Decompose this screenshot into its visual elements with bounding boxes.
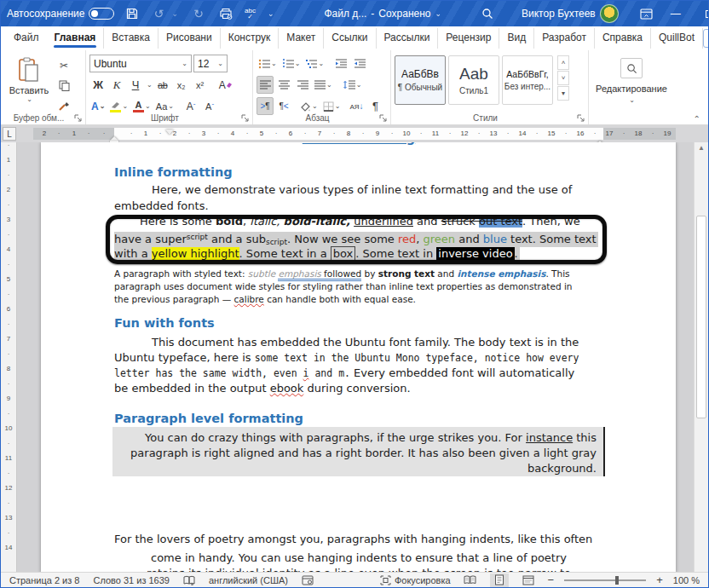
tab-рисовани[interactable]: Рисовани (159, 28, 221, 49)
borders-button[interactable]: ⌄ (321, 97, 343, 115)
maximize-button[interactable] (693, 1, 709, 26)
clipboard-dialog-launcher[interactable] (74, 114, 83, 123)
page-indicator[interactable]: Страница 2 из 8 (9, 575, 79, 585)
bold-button[interactable]: Ж (89, 76, 107, 94)
focus-mode-button[interactable]: Фокусировка (380, 575, 451, 585)
share-button[interactable]: Поделиться (703, 29, 709, 48)
spelling-button[interactable]: abc✓ (245, 8, 256, 20)
tab-разработ[interactable]: Разработ (534, 28, 595, 49)
styles-dialog-launcher[interactable] (577, 114, 585, 123)
subscript-button[interactable]: x₂ (173, 76, 190, 94)
align-center-button[interactable] (275, 76, 292, 94)
multilevel-list-button[interactable]: ⌄ (303, 55, 326, 72)
superscript-button[interactable]: x² (192, 76, 209, 94)
shrink-font-button[interactable]: Аˇ (201, 97, 218, 115)
ruler-mark: 11 (430, 130, 441, 137)
cut-button[interactable]: ✂ (55, 56, 72, 74)
line-spacing-button[interactable]: ⌄ (341, 76, 364, 94)
tab-файл[interactable]: Файл (6, 28, 47, 49)
scrollbar-up-icon[interactable]: ▲ (695, 144, 708, 152)
word-count[interactable]: Слово 31 из 1639 (93, 575, 170, 585)
minimize-button[interactable]: — (659, 1, 693, 26)
document-page[interactable]: Font Formatting Inline formatting Here, … (41, 142, 676, 574)
collapse-ribbon-button[interactable]: ⌃ (694, 114, 700, 124)
rtl-direction-button[interactable]: ¶< (275, 97, 292, 115)
change-case-button[interactable]: Аа⌄ (154, 97, 176, 115)
quick-access-more-button[interactable]: ⌄ (268, 9, 274, 18)
ltr-direction-button[interactable]: >¶ (257, 97, 274, 115)
copy-button[interactable] (55, 77, 72, 95)
paste-button[interactable]: Вставить ⌄ (4, 53, 54, 112)
web-layout-button[interactable] (519, 574, 538, 587)
ruler-mark: 13 (1, 514, 16, 522)
tab-макет[interactable]: Макет (279, 28, 324, 49)
align-right-button[interactable] (294, 76, 311, 94)
editing-button[interactable]: Редактирование ⌄ (592, 53, 671, 104)
tab-вставка[interactable]: Вставка (104, 28, 159, 49)
font-size-combo[interactable]: 12 ⌄ (193, 55, 228, 72)
style-card-no-spacing[interactable]: АаБбВвГг, Без интер... (502, 55, 553, 105)
search-button[interactable] (481, 8, 493, 20)
decrease-indent-button[interactable] (332, 55, 349, 72)
strikethrough-button[interactable]: ab (154, 76, 171, 94)
tab-ссылки[interactable]: Ссылки (324, 28, 376, 49)
autosave-toggle[interactable] (89, 8, 114, 20)
sort-button[interactable]: АЯ↓ (348, 97, 365, 115)
print-layout-button[interactable] (490, 574, 509, 587)
macro-record-button[interactable] (302, 575, 314, 585)
styles-scroll-up-button[interactable]: ˄ (557, 55, 569, 70)
ribbon-display-options-button[interactable] (640, 9, 653, 20)
font-name-combo[interactable]: Ubuntu ⌄ (89, 55, 192, 72)
styles-gallery-more-button[interactable]: ▾ (557, 86, 569, 101)
numbering-button[interactable]: ⌄ (280, 55, 303, 72)
read-mode-button[interactable] (461, 574, 480, 587)
undo-button[interactable]: ↺ ⌄ (150, 7, 178, 20)
document-title[interactable]: Файл д... - Сохранено ⌄ (324, 8, 441, 20)
tab-главная[interactable]: Главная (47, 28, 105, 49)
shading-button[interactable]: ⌄ (298, 97, 320, 115)
language-indicator[interactable]: английский (США) (209, 575, 288, 585)
clear-formatting-button[interactable]: А (217, 76, 234, 94)
paragraph-dialog-launcher[interactable] (379, 114, 388, 123)
tab-selector[interactable]: L (3, 127, 16, 141)
tab-конструк[interactable]: Конструк (221, 28, 280, 49)
font-color-button[interactable]: А ⌄ (131, 97, 153, 115)
vertical-scrollbar[interactable]: ▲ (694, 142, 708, 574)
tab-вид[interactable]: Вид (499, 28, 534, 49)
horizontal-ruler[interactable]: 21···1·2·3·4·5·6·7·8·9·10·11·12·13·14·15… (33, 128, 676, 140)
style-card-style1[interactable]: Aab Стиль1 (448, 55, 499, 105)
underline-button[interactable]: Ч (127, 76, 144, 94)
scrollbar-thumb[interactable] (696, 216, 706, 418)
autosave-control[interactable]: Автосохранение (7, 8, 114, 20)
underline-chevron-icon[interactable]: ⌄ (147, 81, 153, 89)
zoom-level[interactable]: 100 % (673, 575, 700, 585)
font-dialog-launcher[interactable] (241, 114, 250, 123)
zoom-slider[interactable] (564, 579, 646, 581)
bullets-button[interactable]: ⌄ (257, 55, 279, 72)
increase-indent-button[interactable] (351, 55, 368, 72)
account-control[interactable]: Виктор Бухтеев (522, 4, 619, 23)
tab-рассылки[interactable]: Рассылки (377, 28, 439, 49)
save-button[interactable] (126, 8, 138, 20)
zoom-in-button[interactable]: + (656, 574, 663, 586)
highlight-color-button[interactable]: ⌄ (108, 97, 130, 115)
styles-scroll-down-button[interactable]: ˅ (557, 71, 569, 85)
zoom-out-button[interactable]: − (548, 574, 555, 586)
align-left-button[interactable] (257, 76, 274, 94)
redo-button[interactable]: ↻ (190, 7, 207, 20)
italic-button[interactable]: К (108, 76, 125, 94)
grow-font-button[interactable]: Аˆ (182, 97, 199, 115)
increase-indent-icon (354, 59, 366, 68)
print-button[interactable] (219, 8, 233, 20)
proofing-errors-button[interactable] (183, 575, 195, 585)
format-painter-button[interactable] (55, 97, 72, 115)
vertical-ruler[interactable]: 1·2·3·4·5·6·7·8·9·10·11·12·13·14· (1, 142, 17, 574)
style-card-normal[interactable]: АаБбВв ¶ Обычный (395, 55, 446, 105)
tab-справка[interactable]: Справка (595, 28, 651, 49)
tab-quillbot[interactable]: QuillBot (651, 28, 703, 49)
show-marks-button[interactable]: ¶ (367, 97, 384, 115)
tab-рецензир[interactable]: Рецензир (438, 28, 499, 49)
text-effects-button[interactable]: А⌄ (89, 97, 107, 115)
zoom-slider-thumb[interactable] (615, 576, 619, 585)
justify-button[interactable]: ⌄ (313, 76, 334, 94)
